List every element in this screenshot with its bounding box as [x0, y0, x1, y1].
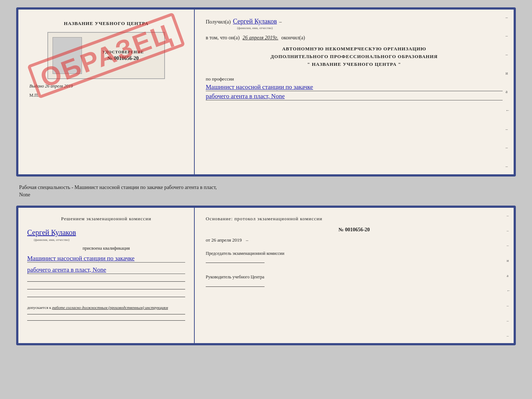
- profession-line1: Машинист насосной станции по закачке: [206, 83, 503, 91]
- bottom-document: Решением экзаменационной комиссии Сергей…: [16, 206, 516, 345]
- cert-text: УДОСТОВЕРЕНИЕ № 0010656-20: [86, 37, 160, 74]
- bottom-lines: [27, 280, 185, 299]
- line3: [27, 297, 185, 297]
- chairman-sig-line: [206, 257, 265, 263]
- certificate-inner: УДОСТОВЕРЕНИЕ № 0010656-20 ОБРАЗЕЦ: [47, 32, 165, 79]
- cert-number: № 0010656-20: [107, 56, 139, 61]
- dash: –: [279, 19, 282, 25]
- org-line2: ДОПОЛНИТЕЛЬНОГО ПРОФЕССИОНАЛЬНОГО ОБРАЗО…: [206, 53, 503, 61]
- protocol-date: от 26 апреля 2019 –: [206, 237, 503, 243]
- number-label: №: [338, 227, 344, 232]
- number-value: 0010656-20: [345, 227, 370, 232]
- dopusk-underline: [27, 314, 185, 314]
- signature-block: Председатель экзаменационной комиссии Ру…: [206, 250, 503, 287]
- chairman-block: Председатель экзаменационной комиссии: [206, 250, 503, 263]
- recipient-line: Получил(а) Сергей Кулаков (фамилия, имя,…: [206, 18, 503, 25]
- recipient-name-sub: (фамилия, имя, отчество): [237, 26, 273, 30]
- dopusk-line: допускается к работе согласно должностны…: [27, 305, 185, 310]
- line1: [27, 281, 185, 282]
- date-prefix: в том, что он(а): [206, 35, 240, 41]
- right-dashes: –––иа←–––: [506, 10, 510, 174]
- middle-text: Рабочая специальность - Машинист насосно…: [16, 182, 516, 200]
- finished-label: окончил(а): [281, 35, 305, 41]
- bottom-left-title: Решением экзаменационной комиссии: [27, 215, 185, 222]
- middle-line2: None: [19, 192, 30, 197]
- director-block: Руководитель учебного Центра: [206, 274, 503, 287]
- director-sig-line: [206, 281, 265, 287]
- profession-block: по профессии Машинист насосной станции п…: [206, 75, 503, 100]
- profession-label: по профессии: [206, 76, 234, 82]
- dopusk-prefix: допускается к: [27, 305, 51, 310]
- date-prefix: от: [206, 237, 210, 243]
- date-line: в том, что он(а) 26 апреля 2019г. окончи…: [206, 35, 503, 41]
- line2: [27, 289, 185, 289]
- cert-label: УДОСТОВЕРЕНИЕ: [102, 50, 144, 54]
- photo-area: [53, 37, 82, 74]
- bottom-name-block: Сергей Кулаков (фамилия, имя, отчество): [27, 228, 185, 237]
- bottom-left: Решением экзаменационной комиссии Сергей…: [18, 208, 195, 343]
- issued-date: 26 апреля 2019: [45, 83, 73, 89]
- recipient-name: Сергей Кулаков (фамилия, имя, отчество): [233, 18, 277, 25]
- bottom-name: Сергей Кулаков (фамилия, имя, отчество): [27, 228, 76, 237]
- bottom-right-title: Основание: протокол экзаменационной коми…: [206, 215, 503, 222]
- right-panel: Получил(а) Сергей Кулаков (фамилия, имя,…: [195, 10, 514, 174]
- director-label: Руководитель учебного Центра: [206, 274, 503, 280]
- issued-line: Выдано 26 апреля 2019: [26, 83, 73, 89]
- right-dashes2: –––иа←–––: [507, 208, 511, 343]
- org-text: АВТОНОМНУЮ НЕКОММЕРЧЕСКУЮ ОРГАНИЗАЦИЮ ДО…: [206, 45, 503, 68]
- left-panel: НАЗВАНИЕ УЧЕБНОГО ЦЕНТРА УДОСТОВЕРЕНИЕ №…: [18, 10, 195, 174]
- org-line3: " НАЗВАНИЕ УЧЕБНОГО ЦЕНТРА ": [206, 61, 503, 68]
- bottom-right: Основание: протокол экзаменационной коми…: [195, 208, 514, 343]
- center-name-title: НАЗВАНИЕ УЧЕБНОГО ЦЕНТРА: [64, 21, 149, 26]
- dopusk-underline2: [27, 320, 185, 321]
- issued-label: Выдано: [29, 83, 44, 89]
- qualification-line2: рабочего агента в пласт, None: [27, 266, 185, 274]
- date-value: 26 апреля 2019г.: [242, 35, 278, 41]
- qualification-line1: Машинист насосной станции по закачке: [27, 255, 185, 263]
- top-document: НАЗВАНИЕ УЧЕБНОГО ЦЕНТРА УДОСТОВЕРЕНИЕ №…: [16, 7, 516, 177]
- chairman-label: Председатель экзаменационной комиссии: [206, 250, 503, 257]
- bottom-name-sub: (фамилия, имя, отчество): [34, 238, 69, 242]
- profession-line2: рабочего агента в пласт, None: [206, 93, 503, 100]
- protocol-number: № 0010656-20: [206, 227, 503, 233]
- qualification-label: присвоена квалификация: [27, 246, 185, 251]
- org-line1: АВТОНОМНУЮ НЕКОММЕРЧЕСКУЮ ОРГАНИЗАЦИЮ: [206, 45, 503, 53]
- middle-line1: Рабочая специальность - Машинист насосно…: [19, 185, 217, 190]
- received-label: Получил(а): [206, 19, 231, 25]
- mp-line: М.П.: [26, 93, 39, 98]
- date-value: 26 апреля 2019: [211, 237, 242, 243]
- dopusk-value: работе согласно должностным (производств…: [52, 305, 168, 310]
